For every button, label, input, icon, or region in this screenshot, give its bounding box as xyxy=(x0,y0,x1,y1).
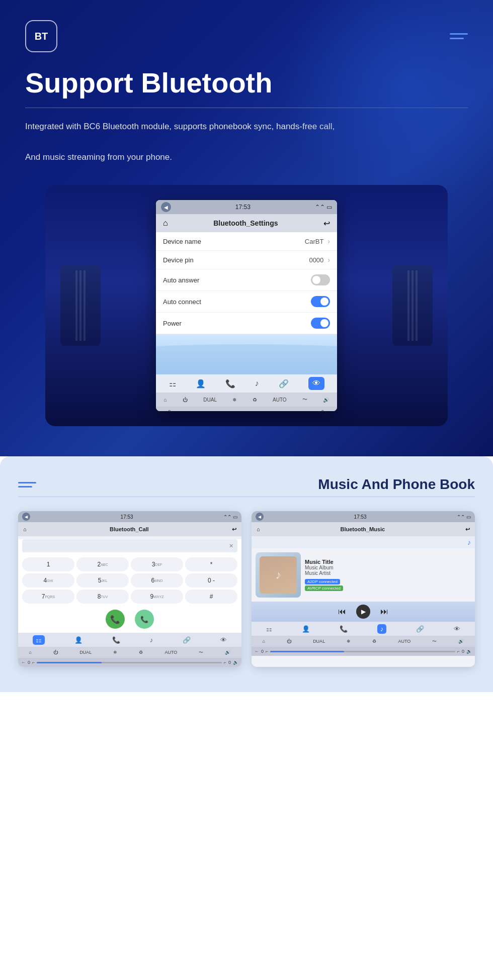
ph-slider[interactable] xyxy=(37,662,221,663)
dial-key-2[interactable]: 2ABC xyxy=(76,557,129,571)
mu-power-icon[interactable]: ⏻ xyxy=(287,639,291,644)
phone-contacts-icon[interactable]: 👤 xyxy=(74,636,83,644)
back-nav-icon[interactable]: ← xyxy=(160,410,165,412)
music-note-bottom-icon[interactable]: ♪ xyxy=(377,624,387,634)
home-icon[interactable]: ⌂ xyxy=(163,219,168,228)
music-section: Music And Phone Book ◀ 17:53 ⌃⌃ ▭ ⌂ Blue… xyxy=(0,456,493,692)
zero-left: 0 xyxy=(168,410,171,412)
right-vent xyxy=(392,265,433,346)
device-pin-row[interactable]: Device pin 0000 › xyxy=(156,251,337,269)
phone-back-arrow-icon[interactable]: ↩ xyxy=(232,526,236,533)
dial-key-9[interactable]: 9WXYZ xyxy=(131,590,183,604)
ph-vol-down-icon[interactable]: 🔉 xyxy=(233,660,238,665)
screen-navbar: ⌂ Bluetooth_Settings ↩ xyxy=(156,214,337,232)
home-ctrl-icon[interactable]: ⌂ xyxy=(164,397,167,403)
call-button[interactable]: 📞 xyxy=(106,610,125,629)
music-back-arrow-icon[interactable]: ↩ xyxy=(465,526,470,533)
music-note-icon[interactable]: ♪ xyxy=(467,538,471,546)
ph-recycle-icon[interactable]: ♻ xyxy=(139,650,143,655)
music-phone-icon[interactable]: 📞 xyxy=(340,625,348,633)
link-icon[interactable]: 🔗 xyxy=(279,379,289,388)
phone-menu-icon[interactable]: ⚏ xyxy=(33,635,45,645)
music-info: Music Title Music Album Music Artist A2D… xyxy=(305,559,471,591)
ph-zero-r: 0 xyxy=(228,660,231,665)
dial-key-0[interactable]: 0 - xyxy=(185,573,237,587)
mu-back-icon[interactable]: ← xyxy=(255,649,259,654)
screen-wave xyxy=(156,334,337,374)
dial-key-1[interactable]: 1 xyxy=(22,557,74,571)
ph-snow-icon[interactable]: ❄ xyxy=(113,650,117,655)
dial-key-5[interactable]: 5JKL xyxy=(76,573,129,587)
play-button[interactable]: ▶ xyxy=(356,605,370,619)
mu-home-icon[interactable]: ⌂ xyxy=(263,639,265,644)
prev-track-button[interactable]: ⏮ xyxy=(338,607,346,616)
mu-tune-r-icon[interactable]: ⌐ xyxy=(457,649,460,654)
mu-vol-down-icon[interactable]: 🔉 xyxy=(466,649,472,654)
music-eye-icon[interactable]: 👁 xyxy=(454,625,460,633)
mu-snow-icon[interactable]: ❄ xyxy=(347,639,351,644)
auto-answer-toggle[interactable] xyxy=(311,274,330,285)
ph-home-icon[interactable]: ⌂ xyxy=(29,650,32,655)
music-menu-grid-icon[interactable]: ⚏ xyxy=(266,625,272,633)
menu-grid-icon[interactable]: ⚏ xyxy=(169,379,176,388)
music-menu-button[interactable] xyxy=(18,482,36,487)
mu-vol-icon[interactable]: 🔊 xyxy=(458,639,464,644)
phone-icon[interactable]: 📞 xyxy=(225,379,235,388)
ph-vol-icon[interactable]: 🔊 xyxy=(225,650,230,655)
power-ctrl-icon[interactable]: ⏻ xyxy=(183,397,188,403)
eye-icon[interactable]: 👁 xyxy=(308,377,324,390)
dial-key-6[interactable]: 6MNO xyxy=(131,573,183,587)
auto-connect-toggle[interactable] xyxy=(311,296,330,307)
tune-icon[interactable]: ⌐ xyxy=(174,410,177,412)
snowflake-icon[interactable]: ❄ xyxy=(232,397,236,403)
wind-icon[interactable]: 〜 xyxy=(302,396,307,403)
power-toggle[interactable] xyxy=(311,318,330,329)
tune-right-icon[interactable]: ⌐ xyxy=(315,410,318,412)
next-track-button[interactable]: ⏭ xyxy=(380,607,388,616)
music-link-icon[interactable]: 🔗 xyxy=(416,625,424,633)
music-back-button[interactable]: ◀ xyxy=(256,513,264,521)
dial-key-8[interactable]: 8TUV xyxy=(76,590,129,604)
auto-connect-label: Auto connect xyxy=(163,298,201,306)
volume-down-icon[interactable]: 🔉 xyxy=(327,410,333,412)
contacts-icon[interactable]: 👤 xyxy=(196,379,206,388)
mu-slider[interactable] xyxy=(270,651,455,652)
hero-section: BT Support Bluetooth Integrated with BC6… xyxy=(0,0,493,456)
music-contacts-icon[interactable]: 👤 xyxy=(302,625,310,633)
music-hamburger-line-2 xyxy=(18,486,32,487)
ph-tune-r-icon[interactable]: ⌐ xyxy=(224,660,226,665)
music-time: 17:53 xyxy=(354,514,367,520)
device-name-row[interactable]: Device name CarBT › xyxy=(156,232,337,251)
music-player-screen: ◀ 17:53 ⌃⌃ ▭ ⌂ Bluetooth_Music ↩ ♪ Music… xyxy=(252,511,475,667)
clear-icon[interactable]: ✕ xyxy=(229,543,233,549)
music-icon[interactable]: ♪ xyxy=(255,379,259,388)
dial-key-hash[interactable]: # xyxy=(185,590,237,604)
phone-eye-icon[interactable]: 👁 xyxy=(220,636,227,644)
menu-button[interactable] xyxy=(450,33,468,39)
bt-logo: BT xyxy=(25,20,57,52)
dial-key-3[interactable]: 3DEF xyxy=(131,557,183,571)
phone-link-icon[interactable]: 🔗 xyxy=(183,636,191,644)
phone-music-icon[interactable]: ♪ xyxy=(150,636,153,644)
ph-auto-label: AUTO xyxy=(165,650,177,655)
end-call-button[interactable]: 📞 xyxy=(135,610,154,629)
phone-call-icon[interactable]: 📞 xyxy=(112,636,120,644)
ph-tune-icon[interactable]: ⌐ xyxy=(32,660,35,665)
dialpad-input[interactable]: ✕ xyxy=(22,539,237,552)
dial-key-7[interactable]: 7PQRS xyxy=(22,590,74,604)
ph-wind-icon[interactable]: 〜 xyxy=(199,649,203,656)
music-home-icon[interactable]: ⌂ xyxy=(257,526,260,532)
back-arrow-icon[interactable]: ↩ xyxy=(323,219,330,228)
mu-tune-icon[interactable]: ⌐ xyxy=(266,649,268,654)
volume-icon[interactable]: 🔊 xyxy=(323,397,329,403)
phone-home-icon[interactable]: ⌂ xyxy=(23,526,27,532)
ph-power-icon[interactable]: ⏻ xyxy=(53,650,58,655)
screen-back-button[interactable]: ◀ xyxy=(161,202,171,212)
recycle-icon[interactable]: ♻ xyxy=(253,397,257,403)
phone-back-button[interactable]: ◀ xyxy=(22,513,30,521)
mu-wind-icon[interactable]: 〜 xyxy=(432,638,437,645)
dial-key-4[interactable]: 4GHI xyxy=(22,573,74,587)
mu-recycle-icon[interactable]: ♻ xyxy=(372,639,376,644)
dial-key-star[interactable]: * xyxy=(185,557,237,571)
ph-back-icon[interactable]: ← xyxy=(21,660,26,665)
